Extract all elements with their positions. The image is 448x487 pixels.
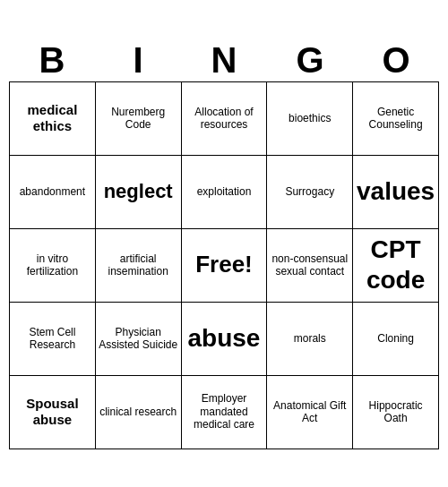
header-letter: N — [181, 38, 267, 81]
cell-r2-c0: in vitro fertilization — [10, 229, 96, 303]
cell-r1-c0: abandonment — [10, 156, 96, 229]
cell-r3-c1: Physician Assisted Suicide — [96, 303, 182, 376]
cell-r3-c4: Cloning — [353, 303, 439, 376]
cell-r0-c3: bioethics — [267, 82, 353, 156]
cell-r4-c2: Employer mandated medical care — [182, 376, 268, 449]
bingo-header: BINGO — [9, 38, 439, 81]
bingo-card: BINGO medical ethicsNuremberg CodeAlloca… — [9, 38, 439, 449]
header-letter: B — [9, 38, 95, 81]
cell-r2-c3: non-consensual sexual contact — [267, 229, 353, 303]
cell-r3-c0: Stem Cell Research — [10, 303, 96, 376]
cell-r2-c2: Free! — [182, 229, 268, 303]
cell-r3-c3: morals — [267, 303, 353, 376]
header-letter: O — [353, 38, 439, 81]
cell-r1-c3: Surrogacy — [267, 156, 353, 229]
cell-r1-c1: neglect — [96, 156, 182, 229]
cell-r1-c2: exploitation — [182, 156, 268, 229]
cell-r4-c3: Anatomical Gift Act — [267, 376, 353, 449]
cell-r1-c4: values — [353, 156, 439, 229]
cell-r4-c4: Hippocratic Oath — [353, 376, 439, 449]
cell-r0-c4: Genetic Counseling — [353, 82, 439, 156]
header-letter: I — [95, 38, 181, 81]
cell-r0-c2: Allocation of resources — [182, 82, 268, 156]
bingo-grid: medical ethicsNuremberg CodeAllocation o… — [9, 81, 439, 449]
cell-r2-c4: CPT code — [353, 229, 439, 303]
cell-r0-c1: Nuremberg Code — [96, 82, 182, 156]
cell-r4-c1: clinical research — [96, 376, 182, 449]
cell-r3-c2: abuse — [182, 303, 268, 376]
header-letter: G — [267, 38, 353, 81]
cell-r0-c0: medical ethics — [10, 82, 96, 156]
cell-r4-c0: Spousal abuse — [10, 376, 96, 449]
cell-r2-c1: artificial insemination — [96, 229, 182, 303]
